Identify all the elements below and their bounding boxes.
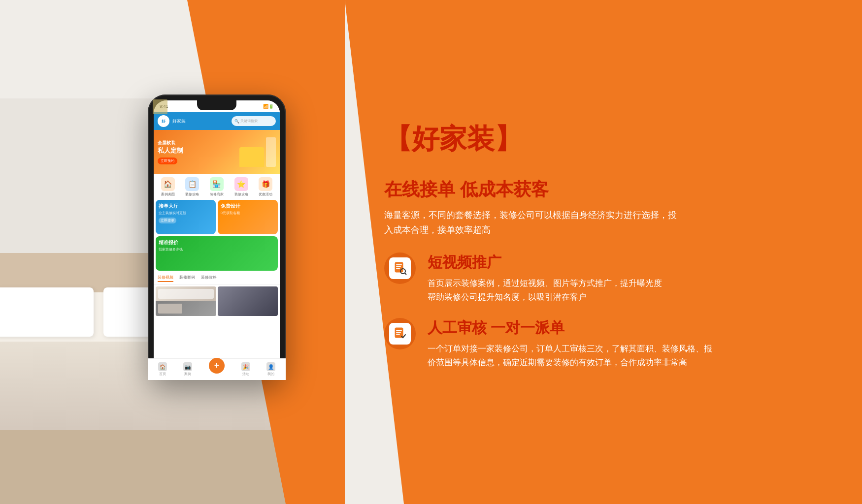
search-placeholder: 关键词搜索 — [240, 119, 258, 124]
icon-box-strategy: ⭐ — [234, 177, 248, 191]
card-orders-subtitle: 业主装修实时更新 — [159, 211, 213, 216]
feature-manual-review: 人工审核 一对一派单 一个订单对接一家装修公司，订单人工审核三次，了解其面积、装… — [384, 318, 823, 370]
status-icons: 📶🔋 — [263, 104, 274, 109]
banner-line1: 全屋软装 — [158, 140, 239, 146]
section-online-orders-desc: 海量客源，不同的套餐选择，装修公司可以根据自身经济实力进行选择，投入成本合理，接… — [384, 208, 823, 238]
card-price[interactable]: 精准报价 我家装修多少钱 — [156, 236, 278, 271]
nav-cases[interactable]: 📷 案例 — [183, 362, 192, 374]
icon-item-1[interactable]: 📋 装修攻略 — [185, 177, 199, 197]
feature-review-title: 人工审核 一对一派单 — [428, 318, 823, 338]
nav-activity[interactable]: 🎉 活动 — [241, 362, 250, 374]
feature-video-desc: 首页展示装修案例，通过短视频、图片等方式推广，提升曝光度帮助装修公司提升知名度，… — [428, 277, 823, 304]
nav-cases-label: 案例 — [184, 372, 191, 374]
phone-icon-row: 🏠 案例美图 📋 装修攻略 🏪 装修商家 ⭐ 装修攻略 🎁 优惠活动 — [154, 174, 280, 200]
nav-home[interactable]: 🏠 首页 — [158, 362, 167, 374]
phone-mockup: 9:41 📶🔋 好 好家装 🔍 关键词搜索 全屋软装 私人定制 立即预约 — [148, 94, 305, 410]
nav-profile-label: 我的 — [267, 372, 274, 374]
card-orders-title: 接单大厅 — [159, 203, 213, 210]
feature-video-title: 短视频推广 — [428, 252, 823, 273]
tab-cases[interactable]: 装修案例 — [179, 275, 195, 282]
icon-item-0[interactable]: 🏠 案例美图 — [161, 177, 175, 197]
tab-tips[interactable]: 装修攻略 — [201, 275, 217, 282]
icon-label-offers: 优惠活动 — [259, 192, 272, 197]
icon-item-3[interactable]: ⭐ 装修攻略 — [234, 177, 248, 197]
nav-home-label: 首页 — [159, 372, 166, 374]
phone-notch — [197, 100, 236, 110]
app-logo: 好 — [158, 115, 169, 127]
app-main-title: 【好家装】 — [384, 121, 823, 158]
banner-illustration — [239, 137, 276, 167]
nav-activity-label: 活动 — [242, 372, 249, 374]
nav-title: 好家装 — [172, 118, 229, 125]
cases-nav-icon: 📷 — [183, 362, 192, 371]
card-price-subtitle: 我家装修多少钱 — [159, 247, 275, 252]
banner-line2: 私人定制 — [158, 146, 239, 155]
card-price-title: 精准报价 — [159, 239, 275, 246]
card-design-title: 免费设计 — [221, 203, 275, 210]
right-content-panel: 【好家装】 在线接单 低成本获客 海量客源，不同的套餐选择，装修公司可以根据自身… — [345, 0, 862, 504]
icon-item-2[interactable]: 🏪 装修商家 — [210, 177, 224, 197]
icon-label-cases: 案例美图 — [161, 192, 175, 197]
icon-label-strategy: 装修攻略 — [234, 192, 248, 197]
phone-frame: 9:41 📶🔋 好 好家装 🔍 关键词搜索 全屋软装 私人定制 立即预约 — [148, 94, 286, 380]
icon-box-merchants: 🏪 — [210, 177, 224, 191]
phone-cards-row1: 接单大厅 业主装修实时更新 立即接单 免费设计 0元获取名额 — [154, 200, 280, 236]
card-design-subtitle: 0元获取名额 — [221, 211, 275, 216]
sofa-icon — [239, 147, 264, 167]
feature-review-content: 人工审核 一对一派单 一个订单对接一家装修公司，订单人工审核三次，了解其面积、装… — [428, 318, 823, 370]
banner-button[interactable]: 立即预约 — [158, 158, 177, 164]
phone-search-bar[interactable]: 🔍 关键词搜索 — [232, 116, 276, 126]
card-orders-button[interactable]: 立即接单 — [159, 218, 176, 223]
section-online-orders-title: 在线接单 低成本获客 — [384, 178, 823, 202]
phone-photo-grid — [154, 284, 280, 318]
search-icon: 🔍 — [234, 119, 239, 124]
nav-add-button[interactable]: + — [209, 358, 225, 374]
photo-living-room — [156, 286, 216, 316]
icon-item-4[interactable]: 🎁 优惠活动 — [259, 177, 272, 197]
icon-box-cases: 🏠 — [161, 177, 175, 191]
icon-label-reports: 装修攻略 — [185, 192, 199, 197]
icon-label-merchants: 装修商家 — [210, 192, 224, 197]
photo-construction — [218, 286, 278, 316]
photo-furniture — [158, 304, 182, 314]
feature-video-content: 短视频推广 首页展示装修案例，通过短视频、图片等方式推广，提升曝光度帮助装修公司… — [428, 252, 823, 304]
nav-profile[interactable]: 👤 我的 — [266, 362, 275, 374]
phone-screen: 9:41 📶🔋 好 好家装 🔍 关键词搜索 全屋软装 私人定制 立即预约 — [154, 100, 280, 374]
profile-nav-icon: 👤 — [266, 362, 275, 371]
phone-bottom-nav: 🏠 首页 📷 案例 + 🎉 活动 👤 我的 — [154, 358, 280, 374]
icon-box-offers: 🎁 — [259, 177, 272, 191]
section-online-orders: 在线接单 低成本获客 海量客源，不同的套餐选择，装修公司可以根据自身经济实力进行… — [384, 178, 823, 238]
lamp-illustration — [266, 137, 276, 167]
svg-line-5 — [405, 273, 406, 275]
photo-ceiling-detail — [158, 289, 214, 299]
card-design[interactable]: 免费设计 0元获取名额 — [218, 200, 278, 234]
diagonal-separator — [345, 0, 404, 504]
tab-video[interactable]: 装修视频 — [158, 275, 173, 282]
feature-review-desc: 一个订单对接一家装修公司，订单人工审核三次，了解其面积、装修风格、报价范围等具体… — [428, 342, 823, 370]
feature-short-video: 短视频推广 首页展示装修案例，通过短视频、图片等方式推广，提升曝光度帮助装修公司… — [384, 252, 823, 304]
banner-text: 全屋软装 私人定制 立即预约 — [158, 140, 239, 164]
activity-nav-icon: 🎉 — [241, 362, 250, 371]
bed-pillow-left — [0, 287, 94, 337]
phone-cards-row2: 精准报价 我家装修多少钱 — [154, 236, 280, 273]
icon-box-reports: 📋 — [185, 177, 199, 191]
phone-tabs: 装修视频 装修案例 装修攻略 — [154, 273, 280, 284]
card-orders[interactable]: 接单大厅 业主装修实时更新 立即接单 — [156, 200, 216, 234]
phone-banner: 全屋软装 私人定制 立即预约 — [154, 130, 280, 174]
phone-nav-bar: 好 好家装 🔍 关键词搜索 — [154, 112, 280, 130]
home-nav-icon: 🏠 — [158, 362, 167, 371]
